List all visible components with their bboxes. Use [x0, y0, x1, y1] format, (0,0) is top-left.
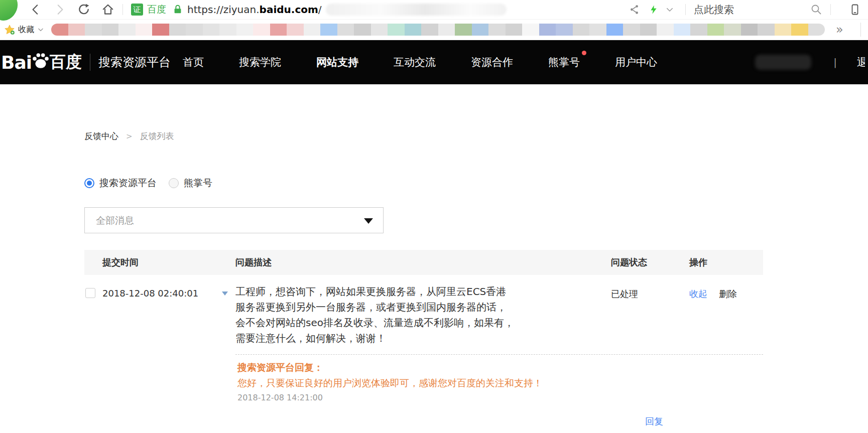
- bookmarks-bar: 收藏 »: [0, 19, 868, 40]
- bookmark-item[interactable]: [791, 24, 808, 36]
- share-icon[interactable]: [629, 4, 640, 15]
- search-icon[interactable]: [810, 4, 822, 16]
- radio-search-platform[interactable]: [84, 178, 94, 188]
- logout-link-partial[interactable]: 退: [857, 55, 865, 69]
- bookmark-item[interactable]: [136, 24, 153, 36]
- reply-title: 搜索资源平台回复：: [237, 361, 323, 374]
- question-line: 需要注意什么，如何解决，谢谢！: [235, 331, 532, 346]
- bookmark-item[interactable]: [623, 24, 640, 36]
- bookmark-item[interactable]: [236, 24, 254, 36]
- bookmarks-overflow-icon[interactable]: »: [836, 24, 843, 36]
- baidu-logo[interactable]: Bai 百度: [1, 51, 82, 73]
- table-header: 提交时间 问题描述 问题状态 操作: [84, 250, 763, 275]
- bookmark-item[interactable]: [724, 24, 741, 36]
- bookmark-item[interactable]: [152, 24, 169, 36]
- row-checkbox[interactable]: [85, 288, 95, 298]
- address-bar[interactable]: 证 百度 https://ziyuan.baidu.com/: [131, 3, 507, 16]
- bookmark-item[interactable]: [405, 24, 422, 36]
- toolbar-divider: [830, 4, 831, 15]
- bookmark-item[interactable]: [388, 24, 405, 36]
- bookmark-item[interactable]: [640, 24, 657, 36]
- nav-item-site-support[interactable]: 网站支持: [316, 55, 358, 69]
- bookmark-item[interactable]: [354, 24, 371, 36]
- bookmark-item[interactable]: [102, 24, 119, 36]
- feedback-table: 提交时间 问题描述 问题状态 操作 2018-12-08 02:40:01 工程…: [84, 250, 763, 433]
- bookmark-item[interactable]: [707, 24, 724, 36]
- collapse-link[interactable]: 收起: [689, 288, 707, 300]
- bookmark-item[interactable]: [775, 24, 792, 36]
- favorites-label[interactable]: 收藏: [18, 25, 34, 35]
- bookmark-item[interactable]: [421, 24, 438, 36]
- question-line: 会不会对网站的seo排名及收录、流量造成不利影响，如果有，: [235, 315, 532, 331]
- bookmark-item[interactable]: [203, 24, 220, 36]
- bookmark-item[interactable]: [556, 24, 573, 36]
- message-filter-dropdown[interactable]: 全部消息: [84, 207, 384, 233]
- bookmark-item[interactable]: [690, 24, 707, 36]
- bookmark-item[interactable]: [758, 24, 775, 36]
- bookmark-item[interactable]: [438, 24, 455, 36]
- bookmark-item[interactable]: [287, 24, 304, 36]
- reload-icon[interactable]: [77, 3, 90, 16]
- breadcrumb-separator: >: [126, 132, 133, 141]
- bookmark-item[interactable]: [219, 24, 236, 36]
- home-icon[interactable]: [101, 3, 114, 16]
- bookmark-item[interactable]: [606, 24, 624, 36]
- url-text[interactable]: https://ziyuan.baidu.com/: [187, 4, 322, 16]
- collapse-caret-icon[interactable]: [222, 292, 228, 296]
- bookmark-item[interactable]: [539, 24, 556, 36]
- bookmark-item[interactable]: [270, 24, 287, 36]
- nav-item-user-center[interactable]: 用户中心: [615, 55, 657, 69]
- radio-xiongzhanghao[interactable]: [169, 178, 179, 188]
- radio-search-platform-label[interactable]: 搜索资源平台: [99, 177, 157, 190]
- forward-icon[interactable]: [53, 3, 66, 16]
- back-icon[interactable]: [29, 3, 42, 16]
- nav-item-xiongzhanghao[interactable]: 熊掌号: [548, 55, 580, 69]
- bookmark-item[interactable]: [506, 24, 523, 36]
- nav-item-resource-coop[interactable]: 资源合作: [471, 55, 513, 69]
- bookmark-item[interactable]: [674, 24, 691, 36]
- breadcrumb-feedback-center[interactable]: 反馈中心: [84, 130, 118, 142]
- mobile-phone-icon[interactable]: [849, 4, 861, 16]
- bookmark-item[interactable]: [371, 24, 388, 36]
- bookmark-item[interactable]: [169, 24, 186, 36]
- bookmark-item[interactable]: [522, 24, 539, 36]
- bookmark-item[interactable]: [118, 24, 136, 36]
- bookmark-item[interactable]: [85, 24, 102, 36]
- reply-timestamp: 2018-12-08 14:21:00: [237, 393, 323, 402]
- bookmark-item[interactable]: [186, 24, 203, 36]
- bookmark-item[interactable]: [657, 24, 674, 36]
- bookmark-item[interactable]: [304, 24, 321, 36]
- url-domain: baidu.com: [260, 4, 318, 16]
- bookmark-item[interactable]: [253, 24, 270, 36]
- bookmark-item[interactable]: [455, 24, 472, 36]
- bookmark-item[interactable]: [488, 24, 506, 36]
- bookmark-item[interactable]: [337, 24, 354, 36]
- favorites-star-icon[interactable]: [4, 24, 15, 35]
- favorites-chevron-icon[interactable]: [37, 26, 44, 33]
- toolbar-right-group: 点此搜索: [629, 3, 861, 17]
- chevron-down-icon[interactable]: [665, 5, 674, 14]
- bookmark-item[interactable]: [51, 24, 68, 36]
- delete-link[interactable]: 删除: [719, 288, 737, 300]
- lightning-icon[interactable]: [649, 5, 658, 14]
- bookmark-item[interactable]: [472, 24, 489, 36]
- nav-item-home[interactable]: 首页: [183, 55, 204, 69]
- browser-toolbar: 证 百度 https://ziyuan.baidu.com/ 点此搜索: [0, 0, 868, 19]
- nav-item-search-academy[interactable]: 搜索学院: [239, 55, 281, 69]
- bookmark-item[interactable]: [741, 24, 758, 36]
- lock-icon: [172, 4, 183, 16]
- search-input[interactable]: 点此搜索: [694, 3, 734, 17]
- radio-xiongzhanghao-label[interactable]: 熊掌号: [184, 177, 212, 190]
- reply-link[interactable]: 回复: [645, 415, 663, 427]
- bookmark-item[interactable]: [68, 24, 85, 36]
- bookmark-item[interactable]: [573, 24, 590, 36]
- question-line: 服务器更换到另外一台服务器，或者更换到国内服务器的话，: [235, 300, 532, 315]
- certificate-badge-icon[interactable]: 证: [131, 4, 143, 16]
- bookmark-item[interactable]: [320, 24, 337, 36]
- bookmark-item[interactable]: [589, 24, 606, 36]
- platform-name: 搜索资源平台: [98, 54, 171, 70]
- nav-item-interaction[interactable]: 互动交流: [394, 55, 436, 69]
- reply-divider: [235, 354, 763, 355]
- column-submit-time: 提交时间: [102, 250, 139, 275]
- bookmark-item[interactable]: [808, 24, 825, 36]
